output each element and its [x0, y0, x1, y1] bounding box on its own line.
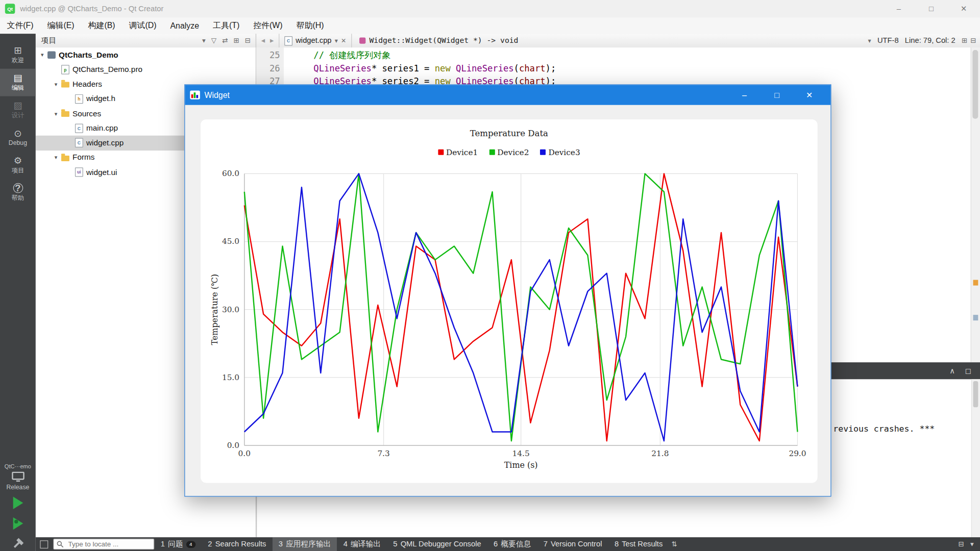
output-panes-toggle-icon[interactable]	[40, 540, 48, 548]
nav-row: 项目 ▾ ▽ ⇄ ⊞ ⊟ ◂ ▸ C widget.cpp ▾ ✕ Wi	[36, 34, 980, 48]
status-bar: 1问题42Search Results3应用程序输出4编译输出5QML Debu…	[36, 537, 980, 551]
tree-item-qtcharts-demo-pro[interactable]: pQtCharts_Demo.pro	[36, 62, 256, 77]
widget-titlebar[interactable]: Widget – □ ✕	[185, 85, 830, 105]
filter-icon[interactable]: ▽	[211, 37, 216, 45]
menu-item[interactable]: 编辑(E)	[40, 17, 81, 34]
mode-item-projects[interactable]: ⚙项目	[0, 151, 36, 179]
scrollbar-thumb[interactable]	[972, 50, 978, 119]
code-line: 26 QLineSeries* series1 = new QLineSerie…	[256, 62, 971, 75]
chart-legend: Device1Device2Device3	[201, 147, 818, 157]
chevron-down-icon[interactable]: ▾	[52, 155, 60, 161]
fold-margin	[284, 49, 292, 62]
chevron-down-icon[interactable]: ▾	[52, 110, 60, 116]
menu-item[interactable]: 控件(W)	[247, 17, 289, 34]
output-tab-6[interactable]: 6概要信息	[487, 537, 537, 551]
close-button[interactable]: ✕	[947, 0, 980, 17]
mode-item-edit[interactable]: ▤编辑	[0, 69, 36, 96]
mode-item-debug[interactable]: ⊙Debug	[0, 123, 36, 151]
welcome-icon: ⊞	[14, 45, 21, 56]
editor-tab-widget-cpp[interactable]: C widget.cpp ▾ ✕	[279, 34, 352, 47]
menu-item[interactable]: 构建(B)	[81, 17, 122, 34]
tab-dropdown-icon[interactable]: ▾	[335, 37, 338, 44]
menu-item[interactable]: 调试(D)	[122, 17, 163, 34]
output-tab-4[interactable]: 4编译输出	[337, 537, 387, 551]
sync-icon[interactable]: ⇄	[222, 37, 228, 45]
output-tab-label: 概要信息	[501, 539, 531, 549]
help-icon: ?	[13, 183, 23, 193]
menu-item[interactable]: Analyze	[163, 17, 206, 34]
output-tab-5[interactable]: 5QML Debugger Console	[387, 537, 487, 551]
minimize-button[interactable]: –	[883, 0, 915, 17]
editor-scrollbar[interactable]	[971, 47, 980, 362]
kit-selector[interactable]: QtC⋯emo Release	[0, 464, 36, 550]
back-icon[interactable]: ◂	[261, 36, 265, 45]
cpp-icon: C	[75, 138, 83, 147]
output-tab-3[interactable]: 3应用程序输出	[273, 537, 337, 551]
locator-input[interactable]	[67, 540, 151, 548]
locator-box[interactable]	[53, 539, 154, 550]
widget-maximize-button[interactable]: □	[761, 85, 793, 105]
line-number: 26	[256, 62, 284, 75]
menu-item[interactable]: 文件(F)	[0, 17, 40, 34]
chevron-down-icon[interactable]: ▾	[52, 81, 60, 87]
output-tab-1[interactable]: 1问题4	[154, 537, 202, 551]
output-scrollbar-thumb[interactable]	[973, 381, 978, 407]
encoding-label[interactable]: UTF-8	[877, 36, 899, 45]
code-token: QLineSeries	[456, 63, 514, 73]
close-pane-icon[interactable]: ⊟	[245, 37, 251, 45]
legend-item-device3: Device3	[540, 147, 580, 157]
folder-shape	[61, 156, 69, 161]
output-scrollbar[interactable]	[971, 379, 980, 537]
line-number: 25	[256, 49, 284, 62]
close-split-icon[interactable]: ⊟	[970, 37, 976, 45]
output-tab-label: Version Control	[551, 540, 602, 548]
chart-title: Temperature Data	[201, 128, 818, 138]
h-icon: h	[75, 94, 83, 104]
forward-icon[interactable]: ▸	[270, 36, 274, 45]
file-letter: C	[78, 141, 81, 145]
mode-item-help[interactable]: ?帮助	[0, 179, 36, 206]
tree-item-qtcharts-demo[interactable]: ▾QtCharts_Demo	[36, 47, 256, 62]
legend-label: Device3	[548, 147, 580, 157]
file-doc-shape: C	[75, 123, 83, 133]
pane-dropdown-icon[interactable]: ▾	[202, 37, 206, 45]
output-tab-2[interactable]: 2Search Results	[202, 537, 272, 551]
widget-minimize-button[interactable]: –	[728, 85, 761, 105]
widget-close-button[interactable]: ✕	[793, 85, 826, 105]
menu-item[interactable]: 帮助(H)	[289, 17, 331, 34]
mode-item-welcome[interactable]: ⊞欢迎	[0, 41, 36, 69]
split-editor-icon[interactable]: ⊞	[962, 37, 967, 45]
split-pane-icon[interactable]: ⊞	[233, 37, 239, 45]
statusbar-minimize-icon[interactable]: ⊟	[958, 540, 964, 548]
run-button[interactable]	[13, 496, 23, 509]
code-token: );	[546, 63, 556, 73]
tab-close-icon[interactable]: ✕	[341, 37, 346, 44]
legend-marker-icon	[540, 149, 546, 155]
folder-icon	[61, 110, 69, 117]
pane-sort-icon[interactable]: ⇅	[671, 540, 677, 548]
symbol-selector[interactable]: Widget::Widget(QWidget *) -> void	[352, 36, 518, 45]
chevron-down-icon[interactable]: ▾	[38, 52, 46, 58]
svg-text:7.3: 7.3	[377, 449, 389, 458]
widget-app-icon	[190, 91, 200, 99]
statusbar-expand-icon[interactable]: ▾	[970, 540, 974, 548]
debug-run-button[interactable]	[13, 517, 23, 530]
svg-text:30.0: 30.0	[222, 305, 239, 314]
encoding-dropdown-icon[interactable]: ▾	[868, 37, 871, 44]
mode-item-label: 帮助	[12, 193, 24, 202]
collapse-pane-icon[interactable]: ∧	[949, 366, 955, 375]
kit-build-label: Release	[6, 484, 29, 490]
editor-toolbar: ◂ ▸ C widget.cpp ▾ ✕ Widget::Widget(QWid…	[256, 34, 980, 47]
build-hammer-icon[interactable]	[12, 537, 24, 549]
qt-creator-logo-icon: Qt	[5, 4, 15, 14]
menu-item[interactable]: 工具(T)	[206, 17, 247, 34]
svg-text:29.0: 29.0	[789, 449, 806, 458]
monitor-icon	[11, 471, 24, 482]
maximize-pane-icon[interactable]: ◻	[965, 366, 971, 375]
maximize-button[interactable]: □	[915, 0, 948, 17]
output-tab-number: 5	[393, 540, 397, 548]
output-tab-7[interactable]: 7Version Control	[537, 537, 608, 551]
code-token: chart	[519, 63, 546, 73]
code-token: new	[435, 63, 451, 73]
output-tab-8[interactable]: 8Test Results	[608, 537, 669, 551]
